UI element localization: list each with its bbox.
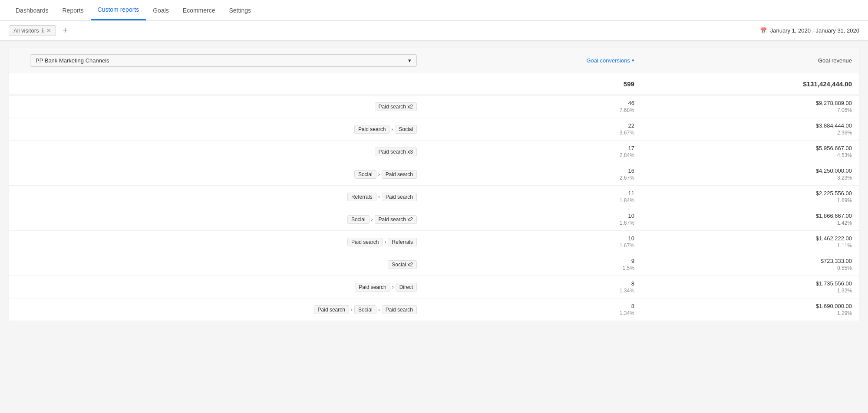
add-segment-button[interactable]: + [59,26,72,36]
conversions-cell: 81.34% [424,276,641,298]
date-range-label: January 1, 2020 - January 31, 2020 [770,27,859,34]
revenue-value: $1,735,556.00 [648,280,852,287]
revenue-header[interactable]: Goal revenue [641,48,859,73]
path-badge: Direct [396,283,417,292]
path-badge: Paid search x3 [375,148,417,156]
path-cell: Paid search x3 [23,141,424,163]
revenue-value: $9,278,889.00 [648,100,852,106]
revenue-cell: $9,278,889.007.06% [641,95,859,118]
date-range: 📅 January 1, 2020 - January 31, 2020 [760,27,859,34]
conversions-pct: 1.34% [431,310,634,316]
conversions-value: 10 [431,235,634,242]
path-badge: Paid search [355,283,390,292]
revenue-pct: 7.06% [648,107,852,113]
channel-dropdown-label: PP Bank Marketing Channels [36,57,109,64]
expand-cell [9,186,23,208]
path-badge: Paid search [347,238,383,246]
conversions-pct: 7.68% [431,107,634,113]
expand-cell [9,163,23,186]
conversions-pct: 1.34% [431,288,634,294]
table-row: Paid search›Social223.67%$3,884,444.002.… [9,118,859,141]
revenue-pct: 1.11% [648,243,852,249]
conversions-pct: 1.67% [431,243,634,249]
path-arrow-icon: › [384,239,386,245]
conversions-pct: 1.84% [431,197,634,203]
nav-goals[interactable]: Goals [146,1,176,20]
conversions-pct: 3.67% [431,130,634,136]
segment-label: All visitors [13,27,39,34]
table-row: Paid search›Direct81.34%$1,735,556.001.3… [9,276,859,298]
path-arrow-icon: › [371,216,373,223]
nav-settings[interactable]: Settings [222,1,258,20]
revenue-cell: $2,225,556.001.69% [641,186,859,208]
revenue-value: $1,462,222.00 [648,235,852,242]
path-arrow-icon: › [392,284,394,290]
revenue-value: $1,866,667.00 [648,213,852,219]
revenue-cell: $4,250,000.003.23% [641,163,859,186]
conversions-cell: 101.67% [424,231,641,253]
info-icon[interactable]: ℹ [42,27,44,34]
total-expand-cell [9,73,23,95]
conversions-pct: 2.84% [431,152,634,158]
dropdown-arrow-icon: ▾ [408,57,411,64]
revenue-value: $723,333.00 [648,258,852,264]
revenue-cell: $1,690,000.001.29% [641,298,859,321]
revenue-cell: $3,884,444.002.96% [641,118,859,141]
path-badge: Social [354,170,376,179]
expand-cell [9,253,23,276]
filter-bar: All visitors ℹ ✕ + 📅 January 1, 2020 - J… [0,21,868,41]
revenue-cell: $723,333.000.55% [641,253,859,276]
conversions-value: 10 [431,213,634,219]
path-badge: Paid search [354,125,389,134]
total-conversions: 599 [424,73,641,95]
expand-cell [9,276,23,298]
path-cell: Paid search›Referrals [23,231,424,253]
conversions-value: 22 [431,122,634,129]
conversions-header[interactable]: Goal conversions ▾ [424,48,641,73]
channel-dropdown[interactable]: PP Bank Marketing Channels ▾ [30,54,417,67]
path-badge: Paid search [382,305,417,314]
revenue-cell: $1,735,556.001.32% [641,276,859,298]
table-row: Social›Paid search162.67%$4,250,000.003.… [9,163,859,186]
path-cell: Social›Paid search x2 [23,208,424,231]
path-arrow-icon: › [351,307,353,313]
expand-cell [9,231,23,253]
conversions-cell: 91.5% [424,253,641,276]
conversions-pct: 1.67% [431,220,634,226]
revenue-pct: 3.23% [648,175,852,181]
conversions-cell: 162.67% [424,163,641,186]
top-navigation: Dashboards Reports Custom reports Goals … [0,0,868,21]
conversions-value: 17 [431,145,634,151]
table-row: Referrals›Paid search111.84%$2,225,556.0… [9,186,859,208]
table-row: Paid search›Social›Paid search81.34%$1,6… [9,298,859,321]
table-row: Paid search x3172.84%$5,956,667.004.53% [9,141,859,163]
total-row: 599 $131,424,444.00 [9,73,859,95]
revenue-pct: 2.96% [648,130,852,136]
path-arrow-icon: › [378,307,380,313]
revenue-header-label: Goal revenue [818,57,852,64]
revenue-pct: 1.69% [648,197,852,203]
filter-left: All visitors ℹ ✕ + [9,25,71,36]
total-revenue: $131,424,444.00 [641,73,859,95]
segment-chip[interactable]: All visitors ℹ ✕ [9,25,56,36]
conversions-value: 9 [431,258,634,264]
sort-arrow-icon: ▾ [632,58,634,63]
nav-custom-reports[interactable]: Custom reports [91,0,146,20]
expand-cell [9,298,23,321]
close-icon[interactable]: ✕ [46,27,51,34]
expand-cell [9,118,23,141]
path-badge: Paid search x2 [375,102,417,111]
revenue-pct: 1.32% [648,288,852,294]
nav-ecommerce[interactable]: Ecommerce [176,1,222,20]
revenue-pct: 4.53% [648,152,852,158]
conversions-value: 8 [431,280,634,287]
nav-dashboards[interactable]: Dashboards [9,1,56,20]
table-row: Paid search x2467.68%$9,278,889.007.06% [9,95,859,118]
path-badge: Referrals [347,193,376,201]
conversions-pct: 2.67% [431,175,634,181]
revenue-value: $1,690,000.00 [648,303,852,309]
path-badge: Social x2 [388,260,417,269]
path-cell: Referrals›Paid search [23,186,424,208]
nav-reports[interactable]: Reports [56,1,91,20]
path-badge: Paid search x2 [375,215,417,224]
